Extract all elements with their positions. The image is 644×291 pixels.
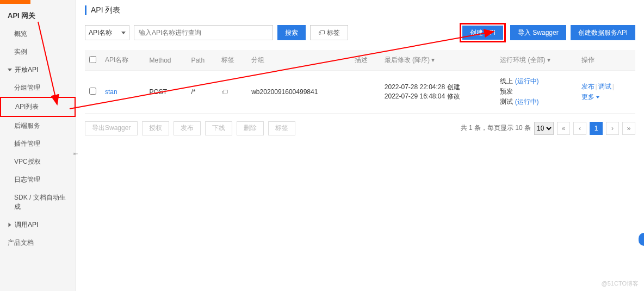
sort-icon: ▾	[431, 56, 435, 64]
tag-icon[interactable]: 🏷	[221, 88, 228, 96]
cell-desc	[350, 71, 380, 114]
tag-icon: 🏷	[318, 29, 325, 36]
sidebar-item-api-list[interactable]: API列表	[0, 97, 76, 117]
main-content: API 列表 API名称 搜索 🏷 标签 创建 API 导入 Swagger 创…	[76, 0, 644, 291]
bulk-tag-button: 标签	[268, 121, 295, 135]
sidebar-item-log[interactable]: 日志管理	[0, 171, 76, 189]
help-bubble[interactable]	[639, 233, 644, 246]
sidebar-item-vpc[interactable]: VPC授权	[0, 153, 76, 171]
chevron-down-icon	[596, 96, 599, 98]
pagination-summary: 共 1 条，每页显示 10 条	[461, 123, 531, 133]
table-header-row: API名称 Method Path 标签 分组 描述 最后修改 (降序) ▾ 运…	[85, 50, 635, 71]
col-path: Path	[187, 50, 217, 71]
table-row: stan POST /* 🏷 wb2020091600499841 2022-0…	[85, 71, 635, 114]
sidebar: API 网关 概览 实例 开放API 分组管理 API列表 后端服务 插件管理 …	[0, 0, 76, 291]
create-api-highlight: 创建 API	[460, 23, 506, 42]
sidebar-item-instance[interactable]: 实例	[0, 43, 76, 61]
sidebar-group-label: 开放API	[15, 65, 38, 75]
cell-method: POST	[145, 71, 187, 114]
sidebar-item-docs[interactable]: 产品文档	[0, 234, 76, 252]
caret-down-icon	[8, 69, 12, 71]
create-data-api-button[interactable]: 创建数据服务API	[571, 25, 635, 40]
bulk-offline-button: 下线	[205, 121, 232, 135]
cell-path: /*	[187, 71, 217, 114]
pager-last[interactable]: »	[622, 122, 635, 135]
top-accent-bar	[0, 0, 30, 4]
search-button[interactable]: 搜索	[277, 25, 306, 40]
cell-runenv: 线上 (运行中) 预发 测试 (运行中)	[496, 71, 577, 114]
sidebar-item-plugin[interactable]: 插件管理	[0, 135, 76, 153]
filter-bar: API名称 搜索 🏷 标签 创建 API 导入 Swagger 创建数据服务AP…	[85, 23, 635, 42]
bulk-auth-button: 授权	[142, 121, 169, 135]
col-modified[interactable]: 最后修改 (降序) ▾	[380, 50, 496, 71]
pager-page-1[interactable]: 1	[590, 122, 603, 135]
bulk-action-bar: 导出Swagger 授权 发布 下线 删除 标签 共 1 条，每页显示 10 条…	[85, 114, 635, 143]
sidebar-item-overview[interactable]: 概览	[0, 25, 76, 43]
bulk-export-button: 导出Swagger	[85, 121, 138, 135]
col-method: Method	[145, 50, 187, 71]
sidebar-item-sdk[interactable]: SDK / 文档自动生成	[0, 189, 76, 216]
create-api-button[interactable]: 创建 API	[462, 26, 503, 40]
cell-ops: 发布|调试| 更多	[577, 71, 636, 114]
row-checkbox[interactable]	[89, 88, 96, 95]
sidebar-title: API 网关	[0, 4, 76, 25]
select-value: API名称	[89, 28, 112, 38]
env-online-status[interactable]: (运行中)	[515, 77, 539, 85]
col-desc: 描述	[350, 50, 380, 71]
op-more[interactable]: 更多	[581, 93, 599, 101]
pager-next[interactable]: ›	[606, 122, 619, 135]
op-publish[interactable]: 发布	[581, 83, 595, 90]
sidebar-item-backend[interactable]: 后端服务	[0, 117, 76, 135]
pagination: 共 1 条，每页显示 10 条 10 « ‹ 1 › »	[461, 122, 635, 135]
page-size-select[interactable]: 10	[534, 122, 554, 135]
col-name: API名称	[101, 50, 145, 71]
sidebar-group-label: 调用API	[15, 220, 38, 230]
api-table: API名称 Method Path 标签 分组 描述 最后修改 (降序) ▾ 运…	[85, 50, 635, 114]
col-ops: 操作	[577, 50, 636, 71]
env-test-status[interactable]: (运行中)	[515, 98, 539, 106]
sidebar-item-group-mgmt[interactable]: 分组管理	[0, 79, 76, 97]
cell-group: wb2020091600499841	[247, 71, 350, 114]
col-runenv[interactable]: 运行环境 (全部) ▾	[496, 50, 577, 71]
bulk-publish-button: 发布	[174, 121, 201, 135]
caret-right-icon	[9, 223, 11, 227]
import-swagger-button[interactable]: 导入 Swagger	[510, 25, 566, 40]
tag-btn-label: 标签	[327, 28, 340, 38]
sidebar-group-callapi[interactable]: 调用API	[0, 216, 76, 234]
col-group: 分组	[247, 50, 350, 71]
watermark: @51CTO博客	[602, 280, 639, 288]
pager-first[interactable]: «	[557, 122, 570, 135]
pager-prev[interactable]: ‹	[573, 122, 586, 135]
bulk-delete-button: 删除	[237, 121, 264, 135]
col-tag: 标签	[217, 50, 247, 71]
select-all-checkbox[interactable]	[89, 56, 96, 63]
cell-modified: 2022-07-28 22:04:28 创建 2022-07-29 16:48:…	[380, 71, 496, 114]
api-name-link[interactable]: stan	[105, 88, 117, 96]
filter-field-select[interactable]: API名称	[85, 25, 129, 40]
tag-filter-button[interactable]: 🏷 标签	[310, 25, 348, 40]
op-debug[interactable]: 调试	[598, 83, 611, 90]
filter-icon: ▾	[547, 56, 550, 64]
search-input[interactable]	[134, 25, 273, 40]
sidebar-group-openapi[interactable]: 开放API	[0, 61, 76, 79]
page-title: API 列表	[85, 5, 635, 15]
chevron-down-icon	[121, 32, 126, 34]
